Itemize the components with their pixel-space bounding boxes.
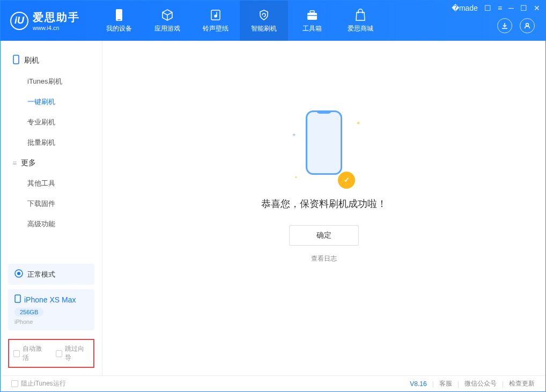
menu-icon[interactable]: ≡ <box>498 4 502 12</box>
music-note-icon <box>209 8 223 22</box>
sidebar-item-pro-flash[interactable]: 专业刷机 <box>1 112 102 132</box>
refresh-shield-icon <box>257 8 271 22</box>
checkbox-icon <box>56 350 62 357</box>
footer-link-support[interactable]: 客服 <box>439 379 452 388</box>
footer: 阻止iTunes运行 V8.16 | 客服 | 微信公众号 | 检查更新 <box>1 375 545 391</box>
close-icon[interactable]: ✕ <box>534 4 540 12</box>
header-right-actions <box>497 18 535 33</box>
svg-rect-6 <box>307 15 317 16</box>
nav-label: 我的设备 <box>106 24 132 33</box>
nav-label: 工具箱 <box>302 24 322 33</box>
sparkle-icon: ✦ <box>292 132 296 138</box>
svg-rect-5 <box>310 11 314 13</box>
titlebar-controls: �made ☐ ≡ ─ ☐ ✕ <box>452 4 540 12</box>
checkbox-icon <box>11 380 18 387</box>
sidebar-item-oneclick-flash[interactable]: 一键刷机 <box>1 92 102 112</box>
checkbox-label: 自动激活 <box>23 344 47 363</box>
main-content: ✦ ✦ • ✓ 恭喜您，保资料刷机成功啦！ 确定 查看日志 <box>102 41 545 375</box>
app-logo: iU 爱思助手 www.i4.cn <box>1 10 90 31</box>
ok-button[interactable]: 确定 <box>289 225 359 246</box>
device-info-card[interactable]: iPhone XS Max 256GB iPhone <box>8 289 94 330</box>
version-label: V8.16 <box>410 380 426 388</box>
sidebar-section-flash: 刷机 <box>1 49 102 71</box>
top-nav: 我的设备 应用游戏 铃声壁纸 智能刷机 工具箱 爱思商城 <box>95 1 385 41</box>
app-title: 爱思助手 <box>33 10 80 25</box>
shopping-bag-icon <box>353 8 367 22</box>
nav-apps-games[interactable]: 应用游戏 <box>143 1 191 41</box>
app-subtitle: www.i4.cn <box>33 25 80 31</box>
status-dot-icon <box>14 269 23 279</box>
svg-rect-0 <box>116 9 122 21</box>
sidebar: 刷机 iTunes刷机 一键刷机 专业刷机 批量刷机 ≡ 更多 其他工具 下载固… <box>1 41 102 375</box>
device-type-label: iPhone <box>14 319 88 325</box>
checkbox-block-itunes[interactable]: 阻止iTunes运行 <box>11 379 66 388</box>
footer-link-check-update[interactable]: 检查更新 <box>509 379 535 388</box>
svg-point-7 <box>526 24 529 26</box>
checkbox-skip-wizard[interactable]: 跳过向导 <box>56 344 90 363</box>
header: iU 爱思助手 www.i4.cn 我的设备 应用游戏 铃声壁纸 智能刷机 工具… <box>1 1 545 41</box>
cube-icon <box>160 8 174 22</box>
phone-outline-icon <box>306 110 342 175</box>
toolbox-icon <box>305 8 319 22</box>
nav-label: 铃声壁纸 <box>203 24 228 33</box>
device-status-card[interactable]: 正常模式 <box>8 264 94 285</box>
phone-small-icon <box>12 55 20 66</box>
svg-rect-11 <box>15 295 20 302</box>
logo-icon: iU <box>10 12 28 30</box>
sidebar-item-batch-flash[interactable]: 批量刷机 <box>1 132 102 153</box>
sidebar-item-itunes-flash[interactable]: iTunes刷机 <box>1 71 102 92</box>
success-message: 恭喜您，保资料刷机成功啦！ <box>261 197 387 210</box>
maximize-icon[interactable]: ☐ <box>520 4 527 12</box>
device-icon <box>112 8 126 22</box>
footer-link-wechat[interactable]: 微信公众号 <box>464 379 497 388</box>
view-log-link[interactable]: 查看日志 <box>311 254 337 263</box>
section-title: 更多 <box>21 158 36 168</box>
download-button[interactable] <box>497 18 512 33</box>
sidebar-section-more: ≡ 更多 <box>1 153 102 173</box>
sparkle-icon: ✦ <box>356 120 360 126</box>
section-title: 刷机 <box>24 56 39 65</box>
sidebar-item-download-firmware[interactable]: 下载固件 <box>1 194 102 214</box>
device-name-label: iPhone XS Max <box>24 295 76 304</box>
svg-rect-4 <box>307 13 317 20</box>
svg-rect-1 <box>117 19 121 20</box>
sidebar-item-advanced[interactable]: 高级功能 <box>1 214 102 234</box>
nav-smart-flash[interactable]: 智能刷机 <box>240 1 288 41</box>
tshirt-icon[interactable]: �made <box>452 4 478 12</box>
checkbox-label: 跳过向导 <box>65 344 89 363</box>
svg-rect-8 <box>13 55 19 64</box>
device-phone-icon <box>14 294 21 305</box>
user-account-button[interactable] <box>520 18 535 33</box>
nav-store[interactable]: 爱思商城 <box>336 1 385 41</box>
checkbox-icon <box>13 350 20 357</box>
nav-ringtones-wallpapers[interactable]: 铃声壁纸 <box>191 1 240 41</box>
sparkle-icon: • <box>295 174 297 180</box>
svg-point-10 <box>17 272 20 275</box>
success-illustration: ✦ ✦ • ✓ <box>297 110 351 186</box>
check-badge-icon: ✓ <box>338 172 355 189</box>
list-icon: ≡ <box>12 159 17 167</box>
device-capacity-badge: 256GB <box>14 308 43 316</box>
nav-label: 爱思商城 <box>348 24 373 33</box>
nav-label: 应用游戏 <box>154 24 180 33</box>
nav-my-device[interactable]: 我的设备 <box>95 1 143 41</box>
nav-label: 智能刷机 <box>251 24 277 33</box>
feedback-icon[interactable]: ☐ <box>484 4 491 12</box>
minimize-icon[interactable]: ─ <box>508 4 514 12</box>
nav-toolbox[interactable]: 工具箱 <box>288 1 336 41</box>
highlighted-checkbox-row: 自动激活 跳过向导 <box>8 339 94 368</box>
svg-point-3 <box>215 15 217 17</box>
checkbox-auto-activate[interactable]: 自动激活 <box>13 344 47 363</box>
status-label: 正常模式 <box>27 270 55 279</box>
sidebar-item-other-tools[interactable]: 其他工具 <box>1 173 102 194</box>
checkbox-label: 阻止iTunes运行 <box>21 379 66 388</box>
